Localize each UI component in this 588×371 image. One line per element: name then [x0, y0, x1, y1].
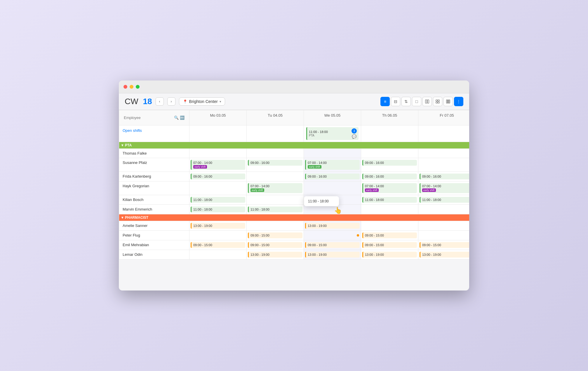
shift-lemar-we[interactable]: 13:00 - 19:00	[304, 250, 361, 260]
shift-frida-fr[interactable]: 09:00 - 16:00	[418, 172, 469, 181]
shift-time: 09:00 - 16:00	[422, 175, 469, 178]
early-shift-tag-fr: early shift	[422, 188, 436, 192]
shift-block[interactable]: 07:00 - 14:00 early shift	[420, 183, 469, 193]
open-shift-we-block[interactable]: 11:00 - 18:00 PTA 3 💬	[306, 127, 359, 140]
sort-button[interactable]: ⇅	[401, 97, 411, 106]
shift-block[interactable]: 07:00 - 14:00 early shift	[305, 160, 360, 170]
shift-emil-th[interactable]: 09:00 - 15:00	[361, 240, 418, 250]
shift-block[interactable]: 09:00 - 15:00	[362, 232, 417, 238]
early-shift-tag-th: early shift	[365, 188, 379, 192]
shift-block[interactable]: 09:00 - 15:00	[362, 242, 417, 248]
table-row: Susanne Pfalz 07:00 - 14:00 early shift …	[119, 158, 469, 172]
single-view-button[interactable]: □	[412, 97, 421, 106]
shift-frida-mo[interactable]: 09:00 - 16:00	[189, 172, 247, 181]
employee-search-input[interactable]	[124, 116, 173, 120]
shift-emil-mo[interactable]: 09:00 - 15:00	[189, 240, 247, 250]
location-selector[interactable]: 📍 Brighton Center ▾	[179, 97, 225, 106]
shift-peter-th[interactable]: 09:00 - 15:00	[361, 231, 418, 240]
shift-block[interactable]: 09:00 - 16:00	[362, 160, 417, 166]
shift-lemar-fr[interactable]: 13:00 - 19:00	[418, 250, 469, 260]
shift-frida-th[interactable]: 09:00 - 16:00	[361, 172, 418, 181]
shift-susanne-th[interactable]: 09:00 - 16:00	[361, 158, 418, 172]
shift-frida-we[interactable]: 09:00 - 16:00	[304, 172, 361, 181]
employee-thomas-falke: Thomas Falke	[119, 149, 189, 158]
grid-view-button[interactable]	[433, 97, 442, 106]
shift-block[interactable]: 09:00 - 16:00	[420, 174, 469, 179]
table-row: Frida Kartenberg 09:00 - 16:00 09:00 - 1…	[119, 172, 469, 181]
shift-block[interactable]: 09:00 - 16:00	[191, 174, 245, 179]
shift-block[interactable]: 13:00 - 19:00	[420, 252, 469, 258]
shift-susanne-tu[interactable]: 09:00 - 16:00	[247, 158, 304, 172]
shift-block[interactable]: 11:00 - 18:00	[248, 206, 302, 212]
shift-lemar-tu[interactable]: 13:00 - 19:00	[247, 250, 304, 260]
pta-group-header: ▾ PTA	[119, 142, 469, 149]
shift-amelie-we[interactable]: 13:00 - 19:00	[304, 221, 361, 231]
shift-time: 13:00 - 19:00	[308, 224, 358, 228]
shift-block[interactable]: 11:00 - 18:00	[191, 206, 245, 212]
shift-block[interactable]: 11:00 - 18:00	[362, 197, 417, 203]
shift-block[interactable]: 11:00 - 18:00	[420, 197, 469, 203]
shift-block[interactable]: 07:00 - 14:00 early shift	[362, 183, 417, 193]
shift-block[interactable]: 09:00 - 15:00	[305, 242, 360, 248]
shift-emil-fr[interactable]: 09:00 - 15:00	[418, 240, 469, 250]
shift-block[interactable]: 09:00 - 15:00	[248, 232, 302, 238]
sort-az-icon[interactable]: 🔤	[180, 116, 185, 120]
shift-block[interactable]: 09:00 - 15:00	[420, 242, 469, 248]
shift-thomas-th	[361, 149, 418, 158]
shift-thomas-fr	[418, 149, 469, 158]
employee-peter-flug: Peter Flug	[119, 231, 189, 240]
shift-block[interactable]: 07:00 - 14:00 early shift	[248, 183, 302, 193]
shift-time: 09:00 - 15:00	[250, 243, 301, 247]
filter-button[interactable]: ⊟	[391, 97, 400, 106]
shift-block[interactable]: 09:00 - 16:00	[362, 174, 417, 179]
shift-hayk-th[interactable]: 07:00 - 14:00 early shift	[361, 181, 418, 195]
prev-week-button[interactable]: ‹	[156, 97, 164, 106]
shift-block[interactable]: 09:00 - 15:00	[191, 242, 245, 248]
svg-rect-0	[425, 100, 427, 103]
shift-block[interactable]: 13:00 - 19:00	[191, 223, 245, 229]
day-label-tu: Tu 04.05	[268, 113, 283, 118]
shift-block[interactable]: 09:00 - 16:00	[248, 160, 302, 166]
collapse-pta-icon[interactable]: ▾	[121, 143, 123, 147]
shift-block[interactable]: 13:00 - 19:00	[305, 223, 360, 229]
shift-kilian-fr[interactable]: 11:00 - 18:00	[418, 195, 469, 205]
split-view-button[interactable]	[422, 97, 432, 106]
shift-susanne-we[interactable]: 07:00 - 14:00 early shift	[304, 158, 361, 172]
shift-block[interactable]: 13:00 - 19:00	[305, 252, 360, 258]
shift-block[interactable]: 09:00 - 16:00	[305, 174, 360, 179]
schedule-table: 🔍 🔤 Mo 03.05 Tu 04.05 We 05.05 Th 0	[119, 110, 469, 260]
close-button[interactable]	[123, 85, 127, 89]
shift-time: 09:00 - 15:00	[193, 243, 243, 247]
shift-lemar-th[interactable]: 13:00 - 19:00	[361, 250, 418, 260]
shift-marvin-tu[interactable]: 11:00 - 18:00	[247, 205, 304, 214]
minimize-button[interactable]	[130, 85, 133, 89]
more-options-button[interactable]: ⋮	[454, 97, 463, 106]
open-shift-badge: 3	[352, 128, 357, 134]
shift-kilian-th[interactable]: 11:00 - 18:00	[361, 195, 418, 205]
shift-hayk-fr[interactable]: 07:00 - 14:00 early shift	[418, 181, 469, 195]
shift-amelie-mo[interactable]: 13:00 - 19:00	[189, 221, 247, 231]
list-view-button[interactable]: ≡	[380, 97, 390, 106]
shift-time: 09:00 - 16:00	[365, 175, 415, 178]
shift-kilian-mo[interactable]: 11:00 - 18:00	[189, 195, 247, 205]
employee-col-header: 🔍 🔤	[119, 110, 189, 125]
shift-time: 07:00 - 14:00	[308, 161, 358, 164]
shift-time: 11:00 - 18:00	[193, 208, 243, 211]
shift-susanne-mo[interactable]: 07:00 - 14:00 early shift	[189, 158, 247, 172]
next-week-button[interactable]: ›	[167, 97, 175, 106]
shift-block[interactable]: 13:00 - 19:00	[248, 252, 302, 258]
shift-emil-we[interactable]: 09:00 - 15:00	[304, 240, 361, 250]
shift-block[interactable]: 13:00 - 19:00	[362, 252, 417, 258]
shift-amelie-th	[361, 221, 418, 231]
maximize-button[interactable]	[136, 85, 140, 89]
shift-block[interactable]: 07:00 - 14:00 early shift	[191, 160, 245, 170]
column-view-button[interactable]	[443, 97, 453, 106]
shift-block[interactable]: 11:00 - 18:00	[191, 197, 245, 203]
shift-hayk-tu[interactable]: 07:00 - 14:00 early shift	[247, 181, 304, 195]
shift-block[interactable]: 09:00 - 15:00	[248, 242, 302, 248]
shift-marvin-mo[interactable]: 11:00 - 18:00	[189, 205, 247, 214]
shift-emil-tu[interactable]: 09:00 - 15:00	[247, 240, 304, 250]
shift-peter-tu[interactable]: 09:00 - 15:00	[247, 231, 304, 240]
open-shifts-link[interactable]: Open shifts	[123, 128, 142, 133]
collapse-pharmacist-icon[interactable]: ▾	[121, 216, 123, 220]
